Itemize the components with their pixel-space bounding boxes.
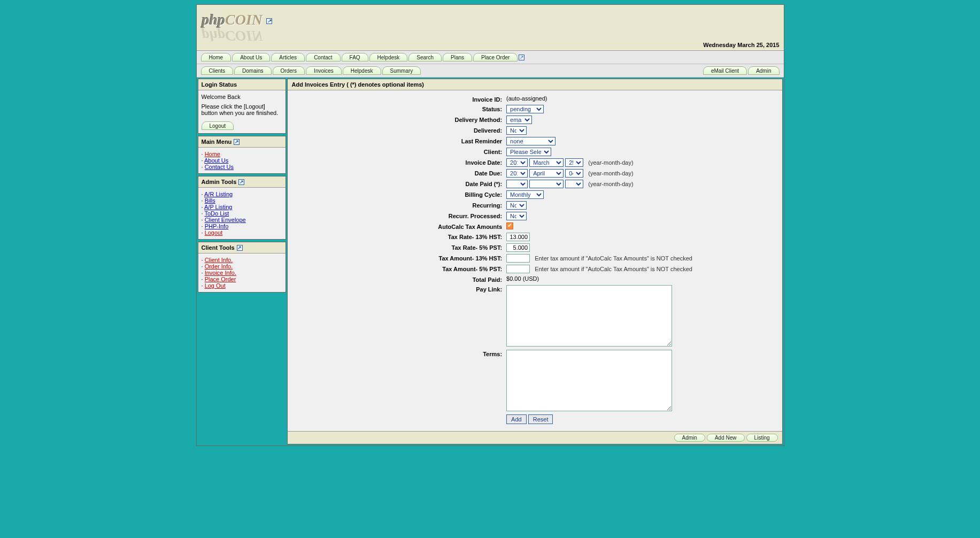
tool-php-info[interactable]: PHP-Info	[205, 223, 229, 229]
logout-instruction: Please click the [Logout] button when yo…	[202, 103, 282, 116]
footer-admin[interactable]: Admin	[674, 434, 705, 442]
select-date-paid-month[interactable]	[529, 180, 564, 188]
logout-button[interactable]: Logout	[202, 121, 234, 130]
nav-summary[interactable]: Summary	[382, 66, 421, 75]
select-recurring[interactable]: No	[506, 201, 527, 210]
value-total-paid: $0.00 (USD)	[505, 275, 694, 283]
nav-email-client[interactable]: eMail Client	[703, 66, 747, 75]
label-date-due: Date Due:	[375, 168, 504, 178]
login-status-title: Login Status	[198, 79, 285, 90]
footer-add-new[interactable]: Add New	[707, 434, 745, 442]
reset-button[interactable]: Reset	[528, 414, 553, 424]
add-button[interactable]: Add	[506, 414, 527, 424]
checkbox-autocalc[interactable]	[506, 222, 513, 229]
nav-admin-row: Clients Domains Orders Invoices Helpdesk…	[197, 64, 784, 78]
select-date-paid-year[interactable]	[506, 180, 528, 188]
tool-logout[interactable]: Logout	[205, 229, 223, 236]
label-tax-amt-1: Tax Amount- 13% HST:	[375, 253, 504, 263]
menu-about-us[interactable]: About Us	[204, 157, 228, 164]
input-tax-rate-1[interactable]	[506, 233, 530, 241]
nav-about-us[interactable]: About Us	[232, 53, 270, 62]
tool-bills[interactable]: Bills	[205, 197, 215, 204]
hint-ymd: (year-month-day)	[588, 170, 633, 176]
nav-faq[interactable]: FAQ	[342, 53, 368, 62]
nav-contact[interactable]: Contact	[306, 53, 340, 62]
expand-icon[interactable]	[237, 245, 243, 251]
select-invoice-date-month[interactable]: March	[529, 158, 564, 167]
label-delivered: Delivered:	[375, 126, 504, 135]
nav-top-row: Home About Us Articles Contact FAQ Helpd…	[197, 51, 784, 64]
logo: phpCOIN	[202, 11, 273, 28]
label-terms: Terms:	[375, 349, 504, 413]
nav-home[interactable]: Home	[201, 53, 232, 62]
nav-admin[interactable]: Admin	[748, 66, 779, 75]
nav-helpdesk[interactable]: Helpdesk	[369, 53, 408, 62]
select-invoice-date-year[interactable]: 2015	[506, 158, 528, 167]
form-title: Add Invoices Entry ( (*) denotes optiona…	[288, 79, 782, 90]
expand-icon[interactable]	[234, 139, 240, 145]
label-date-paid: Date Paid (*):	[375, 179, 504, 189]
nav-plans[interactable]: Plans	[443, 53, 472, 62]
select-date-paid-day[interactable]	[565, 180, 583, 188]
nav-place-order[interactable]: Place Order	[473, 53, 518, 62]
logo-coin: COIN	[225, 11, 263, 28]
select-recurr-processed[interactable]: No	[506, 212, 527, 220]
ct-invoice-info[interactable]: Invoice Info.	[205, 270, 236, 276]
input-tax-amt-2[interactable]	[506, 265, 530, 273]
footer-listing[interactable]: Listing	[746, 434, 778, 442]
label-total-paid: Total Paid:	[375, 275, 504, 283]
expand-icon[interactable]	[238, 179, 244, 185]
select-delivered[interactable]: No	[506, 126, 527, 135]
date-display: Wednesday March 25, 2015	[703, 42, 779, 48]
select-status[interactable]: pending	[506, 105, 544, 113]
admin-tools-panel: Admin Tools A/R Listing Bills A/P Listin…	[198, 176, 286, 240]
select-billing-cycle[interactable]: Monthly	[506, 190, 544, 199]
value-invoice-id: (auto-assigned)	[505, 95, 694, 103]
select-client[interactable]: Please Select	[506, 148, 551, 156]
select-invoice-date-day[interactable]: 25	[565, 158, 583, 167]
hint-ymd: (year-month-day)	[588, 159, 633, 166]
tool-todo-list[interactable]: ToDo List	[204, 210, 229, 217]
nav-helpdesk-admin[interactable]: Helpdesk	[343, 66, 381, 75]
select-date-due-day[interactable]: 04	[565, 169, 583, 178]
label-status: Status:	[375, 104, 504, 114]
menu-contact-us[interactable]: Contact Us	[205, 164, 234, 170]
nav-articles[interactable]: Articles	[271, 53, 305, 62]
label-client: Client:	[375, 147, 504, 157]
ct-place-order[interactable]: Place Order	[205, 276, 236, 282]
expand-icon[interactable]	[266, 18, 272, 24]
textarea-terms[interactable]	[506, 350, 672, 411]
select-last-reminder[interactable]: none	[506, 137, 555, 145]
client-tools-panel: Client Tools Client Info. Order Info. In…	[198, 242, 286, 293]
ct-log-out[interactable]: Log Out	[205, 282, 226, 289]
nav-invoices[interactable]: Invoices	[306, 66, 342, 75]
select-date-due-month[interactable]: April	[529, 169, 564, 178]
tool-ar-listing[interactable]: A/R Listing	[204, 191, 233, 197]
nav-search[interactable]: Search	[408, 53, 442, 62]
tool-ap-listing[interactable]: A/P Listing	[204, 204, 232, 210]
nav-orders[interactable]: Orders	[273, 66, 305, 75]
label-tax-rate-1: Tax Rate- 13% HST:	[375, 232, 504, 242]
label-tax-amt-2: Tax Amount- 5% PST:	[375, 264, 504, 274]
label-pay-link: Pay Link:	[375, 285, 504, 348]
main-content: Add Invoices Entry ( (*) denotes optiona…	[287, 79, 783, 444]
ct-order-info[interactable]: Order Info.	[205, 263, 233, 270]
tool-client-envelope[interactable]: Client Envelope	[205, 217, 246, 223]
input-tax-rate-2[interactable]	[506, 243, 530, 252]
ct-client-info[interactable]: Client Info.	[205, 257, 233, 263]
textarea-pay-link[interactable]	[506, 285, 672, 347]
admin-tools-title: Admin Tools	[202, 179, 237, 185]
expand-icon[interactable]	[519, 55, 524, 60]
nav-domains[interactable]: Domains	[234, 66, 271, 75]
label-recurr-processed: Recurr. Processed:	[375, 211, 504, 221]
input-tax-amt-1[interactable]	[506, 254, 530, 263]
select-date-due-year[interactable]: 2015	[506, 169, 528, 178]
hint-tax-amt: Enter tax amount if "AutoCalc Tax Amount…	[535, 266, 692, 272]
footer-bar: Admin Add New Listing	[288, 431, 782, 444]
label-invoice-id: Invoice ID:	[375, 95, 504, 103]
label-recurring: Recurring:	[375, 201, 504, 210]
nav-clients[interactable]: Clients	[201, 66, 234, 75]
hint-tax-amt: Enter tax amount if "AutoCalc Tax Amount…	[535, 255, 692, 262]
select-delivery-method[interactable]: email	[506, 116, 532, 124]
menu-home[interactable]: Home	[205, 151, 220, 157]
